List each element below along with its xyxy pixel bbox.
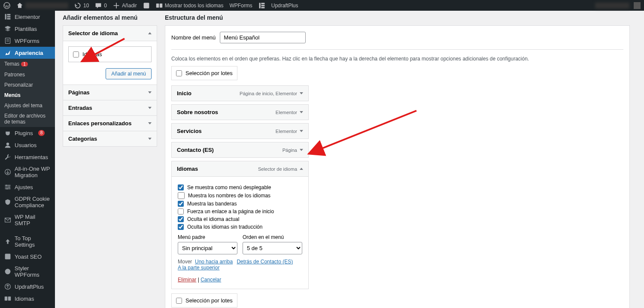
chk-force-home[interactable]: Fuerza un enlace a la página de inicio	[178, 208, 302, 214]
move-top-link[interactable]: A la parte superior	[178, 265, 219, 271]
accord-selector-idioma: Selector de idioma Idiomas Añadir al men…	[63, 25, 157, 85]
svg-rect-4	[259, 3, 260, 8]
bulk-checkbox[interactable]	[176, 70, 182, 76]
sub-patrones[interactable]: Patrones	[0, 69, 55, 80]
nav-allinone[interactable]: All-in-One WP Migration	[0, 163, 55, 181]
wp-logo[interactable]	[3, 2, 10, 9]
nav-apariencia[interactable]: Apariencia	[0, 47, 55, 59]
svg-rect-3	[160, 3, 162, 8]
menu-item-inicio[interactable]: Inicio Página de inicio, Elementor	[171, 85, 309, 101]
menu-item-contacto[interactable]: Contacto (ES) Página	[171, 142, 309, 158]
svg-rect-9	[7, 14, 10, 15]
opt-idiomas[interactable]: Idiomas	[68, 46, 152, 62]
chk-show-names[interactable]: Muestra los nombres de los idiomas	[178, 192, 302, 199]
site-name[interactable]	[16, 2, 68, 9]
langs-bar[interactable]: Mostrar todos los idiomas	[156, 2, 224, 9]
content-area: Añadir elementos al menú Selector de idi…	[55, 11, 638, 308]
menu-items-list: Inicio Página de inicio, Elementor Sobre…	[171, 85, 309, 289]
add-items-title: Añadir elementos al menú	[63, 14, 157, 21]
move-behind-link[interactable]: Detrás de Contacto (ES)	[237, 259, 293, 265]
bulk-select-top[interactable]: Selección por lotes	[171, 66, 237, 80]
caret-down-icon	[300, 130, 303, 132]
nav-herramientas[interactable]: Herramientas	[0, 151, 55, 163]
sub-temas[interactable]: Temas1	[0, 59, 55, 69]
nav-gdpr[interactable]: GDPR Cookie Compliance	[0, 193, 55, 211]
nav-ajustes[interactable]: Ajustes	[0, 181, 55, 193]
caret-down-icon	[300, 92, 303, 94]
nav-idiomas[interactable]: Idiomas	[0, 293, 55, 305]
nav-plugins[interactable]: Plugins8	[0, 127, 55, 139]
accord-enlaces[interactable]: Enlaces personalizados	[63, 115, 157, 131]
updraft-bar[interactable]: UpdraftPlus	[271, 3, 298, 9]
svg-point-25	[5, 269, 11, 275]
yoast-bar[interactable]	[143, 2, 150, 9]
bulk-checkbox[interactable]	[176, 298, 182, 304]
user-greeting[interactable]	[595, 3, 629, 9]
svg-point-21	[9, 186, 10, 187]
apariencia-submenu: Temas1 Patrones Personalizar Menús Ajust…	[0, 59, 55, 127]
nav-totop[interactable]: To Top Settings	[0, 233, 55, 251]
svg-rect-7	[261, 7, 264, 8]
padre-label: Menú padre	[178, 234, 237, 240]
nav-elementor[interactable]: Elementor	[0, 11, 55, 23]
chk-show-flags[interactable]: Muestra las banderas	[178, 201, 302, 207]
padre-select[interactable]: Sin principal	[178, 242, 237, 254]
comments[interactable]: 0	[95, 2, 107, 9]
nav-updraft[interactable]: UpdraftPlus	[0, 281, 55, 293]
accord-entradas[interactable]: Entradas	[63, 100, 157, 116]
nav-styler[interactable]: Styler WPForms	[0, 263, 55, 281]
svg-rect-27	[5, 296, 7, 301]
caret-down-icon	[148, 138, 152, 140]
sub-editor-archivos[interactable]: Editor de archivos de temas	[0, 111, 55, 127]
orden-label: Orden en el menú	[243, 234, 302, 240]
menu-name-row: Nombre del menú	[171, 26, 623, 50]
nav-litespeed[interactable]: LiteSpeed Cache	[0, 305, 55, 308]
svg-rect-5	[261, 3, 264, 4]
svg-point-15	[6, 142, 9, 145]
menu-item-idiomas[interactable]: Idiomas Selector de idioma	[171, 161, 309, 177]
elementor-bar[interactable]	[258, 2, 265, 9]
menu-name-input[interactable]	[220, 32, 306, 43]
cancel-item-link[interactable]: Cancelar	[200, 277, 221, 283]
svg-rect-12	[5, 38, 10, 44]
svg-rect-6	[261, 5, 264, 6]
nav-plantillas[interactable]: Plantillas	[0, 23, 55, 35]
chk-dropdown[interactable]: Se muestra como menú desplegable	[178, 184, 302, 190]
nav-wpforms[interactable]: WPForms	[0, 35, 55, 47]
caret-down-icon	[148, 122, 152, 124]
nav-wpmailsmtp[interactable]: WP Mail SMTP	[0, 211, 55, 229]
accord-label: Selector de idioma	[68, 30, 118, 36]
svg-rect-2	[156, 3, 159, 8]
accord-paginas[interactable]: Páginas	[63, 85, 157, 100]
bulk-select-bottom[interactable]: Selección por lotes	[171, 293, 237, 308]
svg-rect-11	[7, 18, 10, 19]
new[interactable]: Añadir	[113, 2, 137, 9]
menu-item-servicios[interactable]: Servicios Elementor	[171, 123, 309, 139]
svg-rect-10	[7, 16, 10, 17]
opt-idiomas-checkbox[interactable]	[73, 51, 79, 57]
instructions: Coloca los elementos en el orden que pre…	[171, 50, 623, 66]
panel-actions: Eliminar | Cancelar	[178, 277, 302, 283]
chk-hide-untranslated[interactable]: Oculta los idiomas sin traducción	[178, 224, 302, 230]
sub-ajustes-tema[interactable]: Ajustes del tema	[0, 100, 55, 111]
sub-menus[interactable]: Menús	[0, 90, 55, 100]
menu-name-label: Nombre del menú	[171, 34, 216, 41]
structure-title: Estructura del menú	[165, 14, 630, 21]
nav-usuarios[interactable]: Usuarios	[0, 139, 55, 151]
orden-select[interactable]: 5 de 5	[243, 242, 302, 254]
nav-yoast[interactable]: Yoast SEO	[0, 251, 55, 263]
avatar-icon[interactable]	[634, 2, 641, 9]
accord-categorias[interactable]: Categorías	[63, 131, 157, 147]
accord-hdr-selector-idioma[interactable]: Selector de idioma	[63, 26, 157, 41]
svg-rect-24	[5, 254, 11, 260]
move-up-link[interactable]: Uno hacia arriba	[195, 259, 233, 265]
caret-down-icon	[300, 149, 303, 151]
remove-item-link[interactable]: Eliminar	[178, 277, 196, 283]
chk-hide-current[interactable]: Oculta el idioma actual	[178, 216, 302, 222]
wpforms-bar[interactable]: WPForms	[229, 3, 252, 9]
updates[interactable]: 10	[74, 2, 89, 9]
menu-item-sobre-nosotros[interactable]: Sobre nosotros Elementor	[171, 104, 309, 120]
add-to-menu-button[interactable]: Añadir al menú	[106, 68, 152, 79]
svg-rect-28	[8, 296, 11, 301]
sub-personalizar[interactable]: Personalizar	[0, 80, 55, 90]
